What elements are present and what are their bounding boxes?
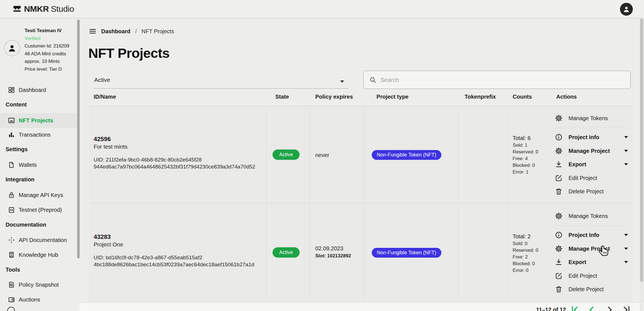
projects-table <box>89 106 633 301</box>
next-page-button[interactable] <box>605 305 614 311</box>
export-action[interactable]: Export <box>555 159 628 169</box>
profile-avatar[interactable] <box>4 40 20 56</box>
delete-project-action[interactable]: Delete Project <box>555 186 628 196</box>
delete-project-action[interactable]: Delete Project <box>555 284 628 294</box>
count-sold: Sold: 0 <box>513 240 538 247</box>
gear-icon <box>555 212 563 220</box>
nmkr-logo[interactable]: NMKRStudio <box>13 4 74 14</box>
edit-project-action[interactable]: Edit Project <box>555 271 628 281</box>
manage-project-action[interactable]: Manage Project <box>555 244 628 254</box>
column-divider <box>266 106 267 301</box>
count-free: Free: 2 <box>513 254 538 260</box>
code-box-icon <box>8 206 15 213</box>
sidebar-item-testnet[interactable]: Testnet (Preprod) <box>0 203 80 217</box>
sidebar-item-auctions[interactable]: Auctions <box>0 292 80 307</box>
col-header-actions: Actions <box>556 94 577 100</box>
col-header-policy-expires: Policy expires <box>315 94 353 100</box>
sidebar-item-dashboard[interactable]: Dashboard <box>0 83 80 97</box>
edit-project-action[interactable]: Edit Project <box>555 173 628 183</box>
sidebar-item-transactions[interactable]: Transactions <box>0 127 80 142</box>
document-icon <box>8 161 15 168</box>
manage-tokens-action[interactable]: Manage Tokens <box>555 211 628 221</box>
menu-hamburger-icon[interactable] <box>89 28 96 35</box>
project-info-action[interactable]: Project Info <box>555 132 628 142</box>
count-free: Free: 4 <box>513 155 538 162</box>
chevron-down-icon <box>624 136 628 138</box>
manage-project-action[interactable]: Manage Project <box>555 146 628 156</box>
sidebar-item-label: NFT Projects <box>19 117 53 124</box>
search-icon <box>369 76 377 84</box>
window-scrollbar[interactable] <box>640 18 643 282</box>
breadcrumb-dashboard[interactable]: Dashboard <box>101 28 130 35</box>
counts-block: Total: 2 Sold: 0 Reserved: 0 Free: 2 Blo… <box>513 233 538 274</box>
project-name: For test mints <box>94 143 127 151</box>
count-blocked: Blocked: 0 <box>513 260 538 267</box>
pagination-range: 11–12 of 12 <box>536 307 566 311</box>
sidebar-section-integration: Integration <box>6 176 34 183</box>
sidebar-item-api-documentation[interactable]: API Documentation <box>0 233 80 247</box>
chevron-down-icon <box>624 234 628 236</box>
logo-regular-text: Studio <box>51 4 74 13</box>
account-avatar-button[interactable] <box>620 3 633 16</box>
chevron-down-icon <box>624 150 628 152</box>
bar-chart-icon <box>8 131 15 138</box>
last-page-button[interactable] <box>622 305 632 311</box>
col-header-state: State <box>275 94 289 100</box>
project-uid-block: UID: 211f2efa-9bc0-46b8-829c-80cb2e645f2… <box>94 156 255 170</box>
topbar: NMKRStudio <box>0 0 644 18</box>
sidebar-item-wallets[interactable]: Wallets <box>0 158 80 172</box>
price-level: Price level: Tier D <box>25 65 69 73</box>
customer-id: Customer-Id: 216209 <box>25 42 69 50</box>
count-error: Error: 0 <box>513 267 538 274</box>
project-type-badge: Non-Fungible Token (NFT) <box>372 248 441 258</box>
sidebar-item-label: Manage API Keys <box>19 192 63 198</box>
sidebar-item-label: API Documentation <box>19 237 67 243</box>
col-header-counts: Counts <box>513 94 532 100</box>
export-action[interactable]: Export <box>555 257 628 267</box>
sidebar-item-policy-snapshot[interactable]: Policy Snapshot <box>0 277 80 292</box>
download-icon <box>555 258 563 266</box>
arrows-diamond-icon <box>8 236 15 244</box>
first-page-button[interactable] <box>570 305 579 311</box>
status-filter-select[interactable]: Active <box>93 75 349 89</box>
person-icon <box>7 43 17 53</box>
manage-tokens-action[interactable]: Manage Tokens <box>555 113 628 123</box>
image-icon <box>8 117 15 124</box>
sidebar-item-manage-api-keys[interactable]: Manage API Keys <box>0 188 80 202</box>
logo-bold-text: NMKR <box>24 4 49 13</box>
nmkr-logo-icon <box>13 5 21 13</box>
project-policy: 4bc188de8626bac1bec14cb53f0239a7aec64dec… <box>94 261 254 268</box>
col-header-project-type: Project type <box>377 94 408 100</box>
breadcrumb-separator: / <box>135 28 137 35</box>
sidebar-item-nft-projects[interactable]: NFT Projects <box>0 113 80 128</box>
counts-block: Total: 6 Sold: 1 Reserved: 0 Free: 4 Blo… <box>513 134 538 175</box>
sidebar-scrollbar[interactable] <box>77 20 80 258</box>
previous-page-button[interactable] <box>587 305 596 311</box>
sidebar-item-label: Auctions <box>19 296 40 303</box>
breadcrumb: Dashboard / NFT Projects <box>89 28 174 35</box>
breadcrumb-current[interactable]: NFT Projects <box>141 28 174 35</box>
project-id: 43283 <box>94 233 123 241</box>
chevron-down-icon <box>624 248 628 250</box>
sidebar-section-content: Content <box>6 101 27 108</box>
verified-badge: Verified <box>25 35 69 42</box>
column-divider <box>549 106 550 301</box>
edit-icon <box>555 272 563 280</box>
sidebar-item-knowledge-hub[interactable]: Knowledge Hub <box>0 248 80 262</box>
trash-icon <box>555 285 563 293</box>
approx-mints: approx. 10 Mints <box>25 58 69 65</box>
sidebar-section-settings: Settings <box>6 146 28 153</box>
project-type-badge: Non-Fungible Token (NFT) <box>372 150 441 160</box>
edit-icon <box>555 174 563 182</box>
status-filter-value: Active <box>94 77 110 83</box>
sidebar-item-label: Knowledge Hub <box>19 252 58 258</box>
status-badge: Active <box>273 149 300 160</box>
search-input[interactable] <box>380 77 625 83</box>
lock-icon <box>8 191 15 199</box>
project-uid: UID: 211f2efa-9bc0-46b8-829c-80cb2e645f2… <box>94 156 255 163</box>
project-info-action[interactable]: Project Info <box>555 230 628 240</box>
policy-expires-slot: Slot: 102132892 <box>315 253 351 259</box>
sidebar-section-tools: Tools <box>6 267 20 273</box>
project-uid: UID: bd16fc0f-dc78-42e3-a867-d55eab515af… <box>94 254 254 261</box>
count-reserved: Reserved: 0 <box>513 149 538 155</box>
